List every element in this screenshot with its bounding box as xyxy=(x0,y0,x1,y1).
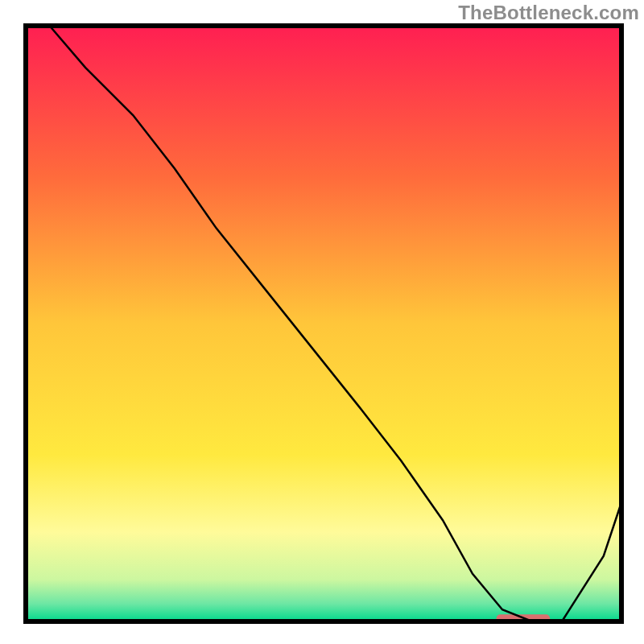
chart-container: TheBottleneck.com xyxy=(0,0,644,644)
gradient-background xyxy=(26,26,621,621)
watermark-label: TheBottleneck.com xyxy=(458,2,639,24)
plot-area xyxy=(26,26,621,623)
chart-svg xyxy=(0,0,644,644)
